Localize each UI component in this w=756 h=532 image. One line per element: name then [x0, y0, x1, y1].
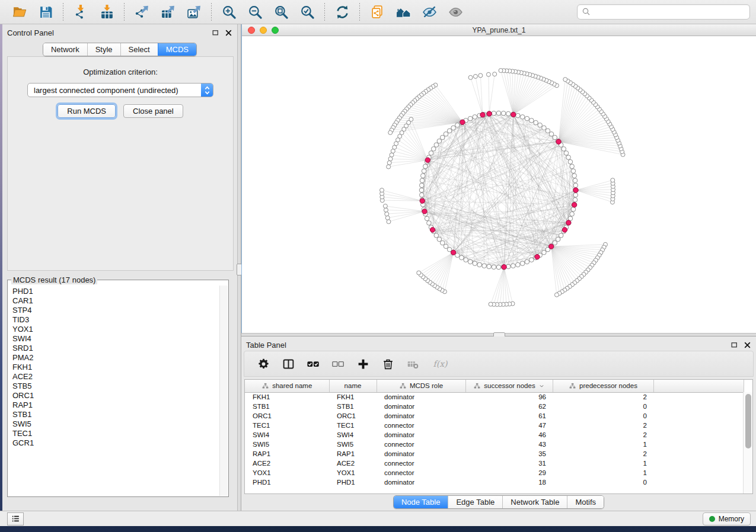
tab-node-table[interactable]: Node Table — [394, 496, 448, 508]
zoom-selected-button[interactable] — [297, 2, 317, 21]
show-all-button[interactable] — [445, 2, 465, 21]
table-row[interactable]: RAP1RAP1dominator352 — [245, 449, 744, 459]
tab-select[interactable]: Select — [120, 43, 158, 56]
hide-selected-button[interactable] — [419, 2, 439, 21]
run-mcds-button[interactable]: Run MCDS — [58, 104, 116, 118]
mcds-result-item[interactable]: STB1 — [12, 410, 219, 419]
zoom-in-button[interactable] — [219, 2, 239, 21]
mcds-list-scrollbar[interactable] — [219, 286, 228, 496]
add-column-button[interactable] — [357, 358, 369, 370]
table-panel: Table Panel f(x) shared namenameMCDS rol… — [241, 336, 756, 511]
tab-mcds[interactable]: MCDS — [158, 43, 196, 56]
mcds-result-item[interactable]: STP4 — [12, 306, 219, 315]
table-cell: SWI5 — [245, 440, 329, 449]
select-all-button[interactable] — [307, 358, 320, 370]
optimization-criterion-select[interactable]: largest connected component (undirected) — [27, 83, 213, 97]
import-network-button[interactable] — [71, 2, 91, 21]
table-row[interactable]: STB1STB1dominator620 — [245, 402, 744, 411]
clone-network-button[interactable] — [367, 2, 387, 21]
mcds-result-item[interactable]: ORC1 — [12, 391, 219, 400]
search-input[interactable] — [592, 8, 746, 17]
save-session-button[interactable] — [36, 2, 56, 21]
table-cell: STB1 — [245, 402, 329, 411]
mcds-result-item[interactable]: PMA2 — [12, 353, 219, 363]
table-cell: PHD1 — [329, 477, 377, 487]
scrollbar-thumb[interactable] — [745, 394, 751, 448]
application-window: Control Panel NetworkStyleSelectMCDS Opt… — [0, 0, 756, 526]
search-icon — [581, 7, 592, 17]
control-panel-tabs: NetworkStyleSelectMCDS — [43, 43, 197, 56]
table-cell: YOX1 — [329, 468, 377, 477]
close-panel-icon[interactable] — [744, 341, 751, 349]
table-header-row: shared namenameMCDS rolesuccessor nodesp… — [245, 380, 744, 392]
table-row[interactable]: SWI4SWI4dominator462 — [245, 430, 744, 440]
table-settings-button[interactable] — [257, 358, 270, 370]
function-builder-button[interactable]: f(x) — [432, 358, 451, 370]
mcds-result-item[interactable]: GCR1 — [12, 438, 219, 448]
table-scrollbar[interactable] — [743, 392, 752, 493]
tab-edge-table[interactable]: Edge Table — [448, 496, 502, 508]
close-panel-icon[interactable] — [225, 29, 232, 37]
mcds-result-item[interactable]: STB5 — [12, 382, 219, 391]
column-header[interactable]: name — [329, 380, 377, 392]
export-table-button[interactable] — [158, 2, 178, 21]
zoom-fit-button[interactable] — [271, 2, 291, 21]
open-file-button[interactable] — [9, 2, 30, 21]
mcds-result-item[interactable]: PHD1 — [12, 287, 219, 296]
mcds-result-item[interactable]: RAP1 — [12, 400, 219, 410]
eye-hide-icon — [422, 5, 437, 20]
network-canvas[interactable] — [242, 36, 756, 333]
float-panel-icon[interactable] — [731, 341, 738, 349]
export-network-button[interactable] — [132, 2, 152, 21]
network-graph[interactable] — [242, 36, 756, 333]
table-row[interactable]: PHD1PHD1dominator180 — [245, 477, 744, 487]
table-row[interactable]: YOX1YOX1connector291 — [245, 468, 744, 477]
mcds-result-item[interactable]: ACE2 — [12, 372, 219, 382]
table-row[interactable]: SWI5SWI5connector431 — [245, 440, 744, 449]
delete-table-button[interactable] — [407, 358, 419, 370]
table-cell-filler — [653, 392, 744, 402]
first-neighbors-button[interactable] — [393, 2, 413, 21]
tab-network-table[interactable]: Network Table — [502, 496, 567, 508]
close-panel-button[interactable]: Close panel — [123, 104, 183, 118]
toolbar-separator — [124, 3, 125, 21]
table-row[interactable]: FKH1FKH1dominator962 — [245, 392, 744, 402]
memory-button[interactable]: Memory — [703, 512, 751, 525]
float-panel-icon[interactable] — [212, 29, 219, 37]
mcds-result-item[interactable]: TEC1 — [12, 429, 219, 438]
tab-motifs[interactable]: Motifs — [567, 496, 604, 508]
table-cell: 96 — [465, 392, 553, 402]
refresh-layout-button[interactable] — [332, 2, 352, 21]
table-cell: 61 — [465, 411, 553, 421]
toolbar-separator — [211, 3, 212, 21]
mcds-result-item[interactable]: SWI5 — [12, 419, 219, 429]
vertical-splitter[interactable] — [237, 24, 241, 511]
table-row[interactable]: ACE2ACE2connector311 — [245, 459, 744, 468]
mcds-result-item[interactable]: YOX1 — [12, 325, 219, 334]
import-table-button[interactable] — [97, 2, 117, 21]
column-header[interactable]: shared name — [245, 380, 329, 392]
delete-column-button[interactable] — [382, 358, 394, 370]
zoom-out-button[interactable] — [245, 2, 265, 21]
import-network-icon — [74, 5, 88, 20]
tab-network[interactable]: Network — [43, 43, 87, 56]
column-label: predecessor nodes — [579, 382, 637, 389]
mcds-result-item[interactable]: FKH1 — [12, 363, 219, 372]
mcds-result-item[interactable]: SRD1 — [12, 344, 219, 353]
network-title: YPA_prune.txt_1 — [242, 26, 756, 34]
search-box[interactable] — [577, 4, 750, 20]
tab-style[interactable]: Style — [87, 43, 120, 56]
console-button[interactable] — [7, 512, 24, 525]
mcds-result-item[interactable]: CAR1 — [12, 296, 219, 306]
export-image-button[interactable] — [184, 2, 204, 21]
table-row[interactable]: ORC1ORC1dominator610 — [245, 411, 744, 421]
column-header[interactable]: successor nodes — [465, 380, 553, 392]
toggle-columns-button[interactable] — [282, 358, 295, 370]
deselect-all-button[interactable] — [332, 358, 344, 370]
table-row[interactable]: TEC1TEC1connector472 — [245, 421, 744, 430]
column-header[interactable]: MCDS role — [377, 380, 465, 392]
mcds-result-item[interactable]: TID3 — [12, 315, 219, 325]
mcds-result-item[interactable]: SWI4 — [12, 334, 219, 344]
column-header[interactable]: predecessor nodes — [553, 380, 653, 392]
table-cell: SWI4 — [329, 430, 377, 440]
